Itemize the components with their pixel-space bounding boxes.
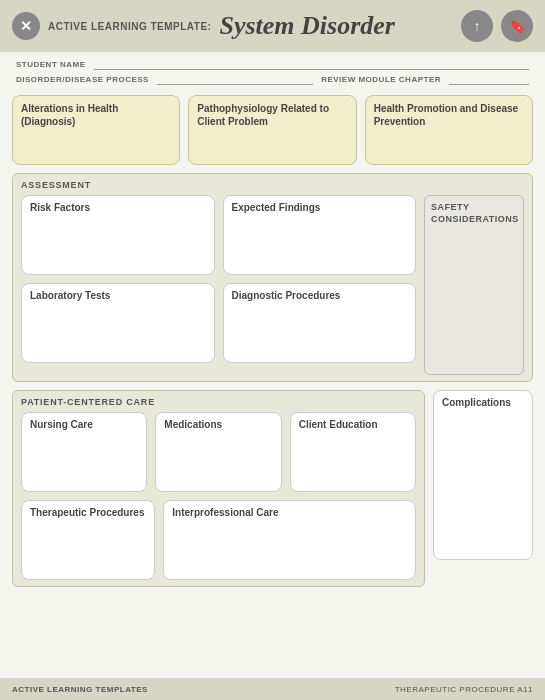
interprofessional-care-box: Interprofessional Care [163,500,416,580]
nursing-care-title: Nursing Care [30,419,138,430]
main-content: Alterations in Health (Diagnosis) Pathop… [0,89,545,593]
interprofessional-care-title: Interprofessional Care [172,507,407,518]
expected-findings-box: Expected Findings [223,195,417,275]
student-name-line[interactable] [94,58,529,70]
student-name-label: STUDENT NAME [16,60,86,69]
pcc-section-label: PATIENT-CENTERED CARE [21,397,416,407]
share-icon: ↑ [474,18,481,34]
pcc-bottom-row: Therapeutic Procedures Interprofessional… [21,500,416,580]
student-name-row: STUDENT NAME [16,58,529,70]
medications-box: Medications [155,412,281,492]
assessment-main: Risk Factors Expected Findings Laborator… [21,195,416,375]
client-education-box: Client Education [290,412,416,492]
disorder-row: DISORDER/DISEASE PROCESS REVIEW MODULE C… [16,73,529,85]
footer: ACTIVE LEARNING TEMPLATES THERAPEUTIC PR… [0,678,545,700]
safety-label: SAFETY CONSIDERATIONS [431,202,517,225]
assessment-section: ASSESSMENT Risk Factors Expected Finding… [12,173,533,382]
close-icon: ✕ [20,18,32,34]
pcc-main: PATIENT-CENTERED CARE Nursing Care Medic… [12,390,425,587]
footer-left: ACTIVE LEARNING TEMPLATES [12,685,148,694]
pathophysiology-title: Pathophysiology Related to Client Proble… [197,102,347,128]
diagnostic-procedures-title: Diagnostic Procedures [232,290,408,301]
bookmark-icon: 🔖 [509,18,526,34]
risk-factors-box: Risk Factors [21,195,215,275]
therapeutic-procedures-title: Therapeutic Procedures [30,507,146,518]
assessment-section-label: ASSESSMENT [21,180,524,190]
complications-title: Complications [442,397,524,408]
nursing-care-box: Nursing Care [21,412,147,492]
health-promotion-title: Health Promotion and Disease Prevention [374,102,524,128]
alterations-box: Alterations in Health (Diagnosis) [12,95,180,165]
disorder-line[interactable] [157,73,313,85]
active-learning-label: ACTIVE LEARNING TEMPLATE: [48,21,211,32]
alterations-title: Alterations in Health (Diagnosis) [21,102,171,128]
risk-factors-title: Risk Factors [30,202,206,213]
complications-col: Complications [433,390,533,587]
client-education-title: Client Education [299,419,407,430]
close-button[interactable]: ✕ [12,12,40,40]
bookmark-button[interactable]: 🔖 [501,10,533,42]
complications-box: Complications [433,390,533,560]
therapeutic-procedures-box: Therapeutic Procedures [21,500,155,580]
pcc-top-row: Nursing Care Medications Client Educatio… [21,412,416,492]
laboratory-tests-title: Laboratory Tests [30,290,206,301]
therapeutic-col: Therapeutic Procedures [21,500,155,580]
footer-right: THERAPEUTIC PROCEDURE A11 [395,685,533,694]
pcc-section: PATIENT-CENTERED CARE Nursing Care Medic… [12,390,425,587]
student-info: STUDENT NAME DISORDER/DISEASE PROCESS RE… [0,52,545,89]
medications-title: Medications [164,419,272,430]
pathophysiology-box: Pathophysiology Related to Client Proble… [188,95,356,165]
expected-findings-title: Expected Findings [232,202,408,213]
assessment-row-1: Risk Factors Expected Findings [21,195,416,275]
safety-col: SAFETY CONSIDERATIONS [424,195,524,375]
review-label: REVIEW MODULE CHAPTER [321,75,441,84]
health-promotion-box: Health Promotion and Disease Prevention [365,95,533,165]
top-boxes: Alterations in Health (Diagnosis) Pathop… [12,95,533,165]
disorder-label: DISORDER/DISEASE PROCESS [16,75,149,84]
assessment-layout: Risk Factors Expected Findings Laborator… [21,195,524,375]
header: ✕ ACTIVE LEARNING TEMPLATE: System Disor… [0,0,545,52]
safety-box: SAFETY CONSIDERATIONS [424,195,524,375]
page-title: System Disorder [219,11,395,41]
interprofessional-col: Interprofessional Care [163,500,416,580]
review-line[interactable] [449,73,529,85]
assessment-grid: Risk Factors Expected Findings Laborator… [21,195,416,363]
laboratory-tests-box: Laboratory Tests [21,283,215,363]
pcc-layout: PATIENT-CENTERED CARE Nursing Care Medic… [12,390,533,587]
assessment-row-2: Laboratory Tests Diagnostic Procedures [21,283,416,363]
header-actions: ↑ 🔖 [461,10,533,42]
header-left: ✕ ACTIVE LEARNING TEMPLATE: System Disor… [12,11,395,41]
diagnostic-procedures-box: Diagnostic Procedures [223,283,417,363]
share-button[interactable]: ↑ [461,10,493,42]
